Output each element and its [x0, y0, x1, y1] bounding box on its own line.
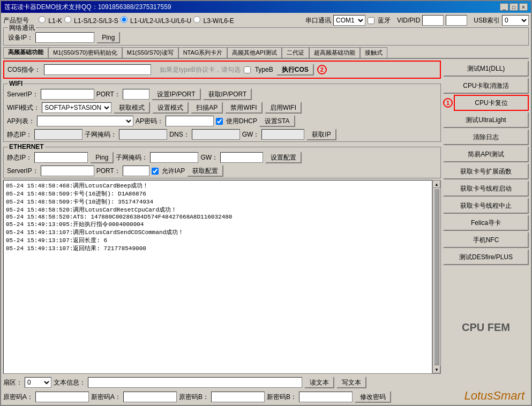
cos-label: COS指令： — [8, 65, 41, 74]
get_card_thread_start-button[interactable]: 获取卡号线程启动 — [443, 181, 529, 197]
text-info-input[interactable] — [88, 377, 302, 388]
new-pwd-b-input[interactable]: FFFFFFFFFFFF — [299, 392, 353, 402]
modify-pwd-button[interactable]: 修改密码 — [355, 391, 391, 403]
set-mode-button[interactable]: 设置模式 — [152, 102, 189, 114]
get_card_ext-button[interactable]: 获取卡号扩展函数 — [443, 163, 529, 179]
scan-ap-button[interactable]: 扫描AP — [191, 102, 223, 114]
ping-button[interactable]: Ping — [96, 32, 120, 43]
use-dhcp-checkbox[interactable] — [216, 118, 223, 125]
cpu_deactivate-button[interactable]: CPU卡取消激活 — [443, 78, 529, 94]
sector-select[interactable]: 0 — [25, 377, 51, 388]
ethernet-title: ETHERNET — [8, 143, 45, 151]
allow-iap-checkbox[interactable] — [152, 168, 159, 175]
tab-ultra-hf[interactable]: 超高频基础功能 — [309, 47, 360, 58]
simple_api-button[interactable]: 简易API测试 — [443, 146, 529, 162]
ap-list-select[interactable] — [37, 116, 133, 126]
gw-label: GW： — [242, 130, 260, 139]
close-button[interactable]: × — [519, 3, 528, 11]
pwd-b-label: 原密码B： — [179, 393, 209, 402]
phone_nfc-button[interactable]: 手机NFC — [443, 232, 529, 248]
set-config-button[interactable]: 设置配置 — [265, 152, 302, 163]
pwd-a-input[interactable]: FFFFFFFFFFFF — [35, 392, 89, 402]
pwd-b-input[interactable]: FFFFFFFFFFFF — [211, 392, 265, 402]
tab-id2[interactable]: 二代证 — [282, 47, 309, 58]
log-scrollbar[interactable]: ▲ ▼ — [432, 180, 441, 374]
radio-l1sl2sl3s-input[interactable] — [64, 16, 71, 23]
scroll-down-button[interactable]: ▼ — [433, 366, 440, 373]
eth-subnet-label: 子网掩码： — [116, 153, 148, 162]
usb-index-select[interactable]: 0 — [502, 15, 529, 26]
wifi-mode-select[interactable]: SOFTAP+STASION — [42, 102, 111, 113]
get_card_thread_stop-button[interactable]: 获取卡号线程中止 — [443, 198, 529, 214]
eth-ping-button[interactable]: Ping — [90, 152, 114, 163]
eth-subnet-input[interactable]: 255.255.255.0 — [150, 152, 198, 163]
wifi-server-ip-input[interactable]: 192.168.1.10 — [41, 89, 94, 100]
cpu_reset-button[interactable]: CPU卡复位 — [454, 95, 529, 111]
read-text-button[interactable]: 读文本 — [304, 377, 334, 388]
set-sta-button[interactable]: 设置STA — [259, 115, 295, 127]
radio-l1u-input[interactable] — [121, 16, 128, 23]
eth-static-ip-input[interactable]: 192.168.1.252 — [34, 152, 88, 163]
tab-m1-init[interactable]: M1(S50/S70)密码初始化 — [48, 47, 122, 58]
cos-input[interactable]: 0084000004 — [44, 64, 151, 75]
log-line: 05-24 15:48:58:520:调用LotusCardResetCpuCa… — [6, 206, 430, 214]
get-mode-button[interactable]: 获取模式 — [114, 102, 150, 114]
device-ip-input[interactable]: 192.168.4.1 — [35, 32, 94, 43]
log-line: 05-24 15:49:13:107:返回结果: 721778549000 — [6, 244, 430, 252]
tab-hf-basic[interactable]: 高频基础功能 — [3, 47, 48, 58]
static-ip-label: 静态IP： — [7, 130, 32, 139]
felica_search-button[interactable]: Felica寻卡 — [443, 215, 529, 231]
tab-touch[interactable]: 接触式 — [360, 47, 387, 58]
com-port-select[interactable]: COM1 — [333, 15, 365, 26]
radio-l1sl2sl3s[interactable]: L1-S/L2-S/L3-S — [64, 16, 118, 25]
test_ultralight-button[interactable]: 测试UltraLight — [443, 112, 529, 128]
gw-input[interactable]: 192.168.1.1 — [261, 129, 304, 140]
vid-input[interactable]: 0 — [422, 15, 444, 26]
clear_log-button[interactable]: 清除日志 — [443, 129, 529, 145]
eth-server-ip-input[interactable]: 192.168.1.10 — [41, 166, 94, 176]
wifi-title: WIFI — [8, 80, 24, 87]
tab-ntag[interactable]: NTAG系列卡片 — [178, 47, 228, 58]
new-pwd-a-input[interactable]: FFFFFFFFFFFF — [123, 392, 177, 402]
eth-gw-input[interactable]: 192.168.1.1 — [220, 152, 263, 163]
ap-pwd-input[interactable]: 1234567890 — [166, 116, 214, 126]
log-area[interactable]: 05-24 15:48:58:468:调用LotusCardBeep成功！05-… — [3, 180, 432, 374]
enable-wifi-button[interactable]: 启用WIFI — [265, 102, 302, 114]
disable-wifi-button[interactable]: 禁用WIFI — [225, 102, 262, 114]
eth-static-ip-label: 静态IP： — [7, 153, 32, 162]
typeb-checkbox[interactable] — [244, 66, 251, 73]
right-buttons: 测试M1(DLL)CPU卡取消激活1CPU卡复位测试UltraLight清除日志… — [443, 61, 529, 266]
sector-row: 扇区： 0 文本信息： 读文本 写文本 — [3, 377, 441, 388]
set-ip-port-button[interactable]: 设置IP/PORT — [152, 88, 201, 100]
eth-port-input[interactable]: 7777 — [123, 166, 149, 176]
pid-input[interactable]: 0 — [446, 15, 467, 26]
radio-l3w[interactable]: L3-W/L6-E — [193, 16, 234, 25]
write-text-button[interactable]: 写文本 — [336, 377, 366, 388]
static-ip-input[interactable]: 192.168.1.40 — [34, 129, 83, 140]
tab-hf-other[interactable]: 高频其他API测试 — [227, 47, 282, 58]
radio-l3w-input[interactable] — [193, 16, 200, 23]
minimize-button[interactable]: _ — [500, 3, 508, 11]
scroll-up-button[interactable]: ▲ — [433, 181, 440, 188]
execute-cos-button[interactable]: 执行COS — [276, 64, 314, 76]
log-line: 05-24 15:48:58:468:调用LotusCardBeep成功！ — [6, 182, 430, 190]
dns-label: DNS： — [169, 130, 189, 139]
log-wrapper: 05-24 15:48:58:468:调用LotusCardBeep成功！05-… — [3, 180, 441, 374]
radio-l1u[interactable]: L1-U/L2-U/L3-U/L6-U — [121, 16, 191, 25]
radio-l1k[interactable]: L1-K — [39, 16, 62, 25]
dns-input[interactable]: 61.128.128.68 — [192, 129, 240, 140]
wifi-port-input[interactable]: 7777 — [123, 89, 149, 100]
ap-list-label: AP列表： — [7, 117, 35, 126]
bluetooth-checkbox[interactable] — [368, 17, 374, 24]
tab-m1-read[interactable]: M1(S50/S70)读写 — [122, 47, 178, 58]
get-ip-button[interactable]: 获取IP — [306, 129, 336, 140]
test_desfire-button[interactable]: 测试DESfire/PLUS — [443, 249, 529, 265]
maximize-button[interactable]: □ — [509, 3, 518, 11]
get-config-button[interactable]: 获取配置 — [187, 165, 223, 177]
get-ip-port-button[interactable]: 获取IP/PORT — [203, 88, 252, 100]
subnet-input[interactable]: 255.255.255.0 — [119, 129, 167, 140]
main-area: COS指令： 0084000004 如果是typeB协议卡，请勾选 TypeB … — [3, 61, 529, 403]
radio-l1k-input[interactable] — [39, 16, 46, 23]
test_m1-button[interactable]: 测试M1(DLL) — [443, 61, 529, 77]
scrollbar-thumb[interactable] — [434, 189, 439, 365]
